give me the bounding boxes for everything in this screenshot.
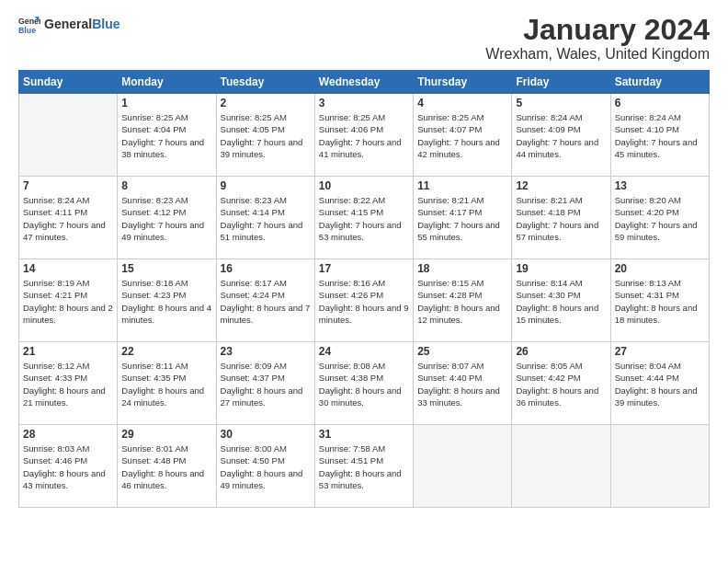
table-row: 13Sunrise: 8:20 AM Sunset: 4:20 PM Dayli… [610,177,709,259]
logo-general: General [44,17,92,31]
day-number: 20 [615,262,705,275]
week-row-4: 28Sunrise: 8:03 AM Sunset: 4:46 PM Dayli… [19,425,710,508]
day-number: 17 [319,262,409,275]
header-sunday: Sunday [19,71,118,94]
day-number: 4 [417,97,507,109]
week-row-3: 21Sunrise: 8:12 AM Sunset: 4:33 PM Dayli… [19,342,710,425]
table-row: 21Sunrise: 8:12 AM Sunset: 4:33 PM Dayli… [19,342,118,425]
day-detail: Sunrise: 8:15 AM Sunset: 4:28 PM Dayligh… [417,277,507,326]
table-row: 2Sunrise: 8:25 AM Sunset: 4:05 PM Daylig… [216,94,314,177]
table-row: 28Sunrise: 8:03 AM Sunset: 4:46 PM Dayli… [19,425,118,508]
table-row: 30Sunrise: 8:00 AM Sunset: 4:50 PM Dayli… [216,425,314,508]
main-container: General Blue GeneralBlue January 2024 Wr… [0,0,728,517]
day-number: 14 [23,262,113,275]
day-detail: Sunrise: 8:19 AM Sunset: 4:21 PM Dayligh… [23,277,113,326]
table-row: 27Sunrise: 8:04 AM Sunset: 4:44 PM Dayli… [610,342,709,425]
table-row: 17Sunrise: 8:16 AM Sunset: 4:26 PM Dayli… [314,259,413,342]
day-detail: Sunrise: 8:18 AM Sunset: 4:23 PM Dayligh… [121,277,211,326]
day-detail: Sunrise: 8:16 AM Sunset: 4:26 PM Dayligh… [319,277,409,326]
day-number: 5 [516,97,606,109]
day-number: 6 [615,97,705,109]
day-detail: Sunrise: 8:24 AM Sunset: 4:10 PM Dayligh… [615,111,705,160]
day-detail: Sunrise: 8:25 AM Sunset: 4:06 PM Dayligh… [319,111,409,160]
week-row-1: 7Sunrise: 8:24 AM Sunset: 4:11 PM Daylig… [19,177,710,259]
title-area: January 2024 Wrexham, Wales, United King… [485,14,710,63]
day-number: 24 [319,345,409,358]
week-row-2: 14Sunrise: 8:19 AM Sunset: 4:21 PM Dayli… [19,259,710,342]
day-detail: Sunrise: 8:23 AM Sunset: 4:12 PM Dayligh… [121,194,211,243]
table-row: 23Sunrise: 8:09 AM Sunset: 4:37 PM Dayli… [216,342,314,425]
table-row: 14Sunrise: 8:19 AM Sunset: 4:21 PM Dayli… [19,259,118,342]
header-thursday: Thursday [414,71,512,94]
day-detail: Sunrise: 7:58 AM Sunset: 4:51 PM Dayligh… [319,442,409,491]
table-row: 3Sunrise: 8:25 AM Sunset: 4:06 PM Daylig… [314,94,413,177]
table-row: 4Sunrise: 8:25 AM Sunset: 4:07 PM Daylig… [414,94,512,177]
day-detail: Sunrise: 8:03 AM Sunset: 4:46 PM Dayligh… [23,442,113,491]
day-detail: Sunrise: 8:22 AM Sunset: 4:15 PM Dayligh… [319,194,409,243]
day-number: 10 [319,179,409,192]
table-row [512,425,610,508]
day-detail: Sunrise: 8:21 AM Sunset: 4:17 PM Dayligh… [417,194,507,243]
calendar-table: Sunday Monday Tuesday Wednesday Thursday… [18,70,710,508]
day-detail: Sunrise: 8:13 AM Sunset: 4:31 PM Dayligh… [615,277,705,326]
table-row [414,425,512,508]
day-detail: Sunrise: 8:17 AM Sunset: 4:24 PM Dayligh… [221,277,311,326]
logo-icon: General Blue [18,14,40,36]
day-number: 25 [417,345,507,358]
table-row: 24Sunrise: 8:08 AM Sunset: 4:38 PM Dayli… [314,342,413,425]
week-row-0: 1Sunrise: 8:25 AM Sunset: 4:04 PM Daylig… [19,94,710,177]
day-detail: Sunrise: 8:23 AM Sunset: 4:14 PM Dayligh… [221,194,311,243]
table-row: 9Sunrise: 8:23 AM Sunset: 4:14 PM Daylig… [216,177,314,259]
table-row: 25Sunrise: 8:07 AM Sunset: 4:40 PM Dayli… [414,342,512,425]
day-detail: Sunrise: 8:05 AM Sunset: 4:42 PM Dayligh… [516,360,606,408]
day-number: 2 [221,97,311,109]
day-detail: Sunrise: 8:04 AM Sunset: 4:44 PM Dayligh… [615,360,705,408]
day-detail: Sunrise: 8:07 AM Sunset: 4:40 PM Dayligh… [417,360,507,408]
day-number: 7 [23,179,113,192]
table-row: 8Sunrise: 8:23 AM Sunset: 4:12 PM Daylig… [118,177,216,259]
svg-text:Blue: Blue [18,26,36,35]
table-row [19,94,118,177]
day-detail: Sunrise: 8:09 AM Sunset: 4:37 PM Dayligh… [221,360,311,408]
day-detail: Sunrise: 8:25 AM Sunset: 4:04 PM Dayligh… [121,111,211,160]
day-detail: Sunrise: 8:14 AM Sunset: 4:30 PM Dayligh… [516,277,606,326]
day-number: 19 [516,262,606,275]
logo-text-block: GeneralBlue [44,17,119,31]
day-detail: Sunrise: 8:25 AM Sunset: 4:07 PM Dayligh… [417,111,507,160]
day-number: 22 [121,345,211,358]
table-row [610,425,709,508]
table-row: 31Sunrise: 7:58 AM Sunset: 4:51 PM Dayli… [314,425,413,508]
day-detail: Sunrise: 8:25 AM Sunset: 4:05 PM Dayligh… [221,111,311,160]
table-row: 22Sunrise: 8:11 AM Sunset: 4:35 PM Dayli… [118,342,216,425]
day-number: 26 [516,345,606,358]
table-row: 10Sunrise: 8:22 AM Sunset: 4:15 PM Dayli… [314,177,413,259]
table-row: 16Sunrise: 8:17 AM Sunset: 4:24 PM Dayli… [216,259,314,342]
table-row: 26Sunrise: 8:05 AM Sunset: 4:42 PM Dayli… [512,342,610,425]
day-number: 15 [121,262,211,275]
day-detail: Sunrise: 8:00 AM Sunset: 4:50 PM Dayligh… [221,442,311,491]
table-row: 18Sunrise: 8:15 AM Sunset: 4:28 PM Dayli… [414,259,512,342]
day-detail: Sunrise: 8:24 AM Sunset: 4:11 PM Dayligh… [23,194,113,243]
day-number: 23 [221,345,311,358]
day-number: 9 [221,179,311,192]
table-row: 29Sunrise: 8:01 AM Sunset: 4:48 PM Dayli… [118,425,216,508]
table-row: 15Sunrise: 8:18 AM Sunset: 4:23 PM Dayli… [118,259,216,342]
header-monday: Monday [118,71,216,94]
day-detail: Sunrise: 8:21 AM Sunset: 4:18 PM Dayligh… [516,194,606,243]
day-number: 3 [319,97,409,109]
weekday-header-row: Sunday Monday Tuesday Wednesday Thursday… [19,71,710,94]
logo: General Blue GeneralBlue [18,14,119,36]
table-row: 20Sunrise: 8:13 AM Sunset: 4:31 PM Dayli… [610,259,709,342]
day-detail: Sunrise: 8:11 AM Sunset: 4:35 PM Dayligh… [121,360,211,408]
table-row: 6Sunrise: 8:24 AM Sunset: 4:10 PM Daylig… [610,94,709,177]
day-detail: Sunrise: 8:12 AM Sunset: 4:33 PM Dayligh… [23,360,113,408]
header-tuesday: Tuesday [216,71,314,94]
table-row: 19Sunrise: 8:14 AM Sunset: 4:30 PM Dayli… [512,259,610,342]
logo-blue: Blue [92,17,119,31]
table-row: 5Sunrise: 8:24 AM Sunset: 4:09 PM Daylig… [512,94,610,177]
day-number: 30 [221,428,311,441]
table-row: 11Sunrise: 8:21 AM Sunset: 4:17 PM Dayli… [414,177,512,259]
header-saturday: Saturday [610,71,709,94]
header-friday: Friday [512,71,610,94]
header-wednesday: Wednesday [314,71,413,94]
